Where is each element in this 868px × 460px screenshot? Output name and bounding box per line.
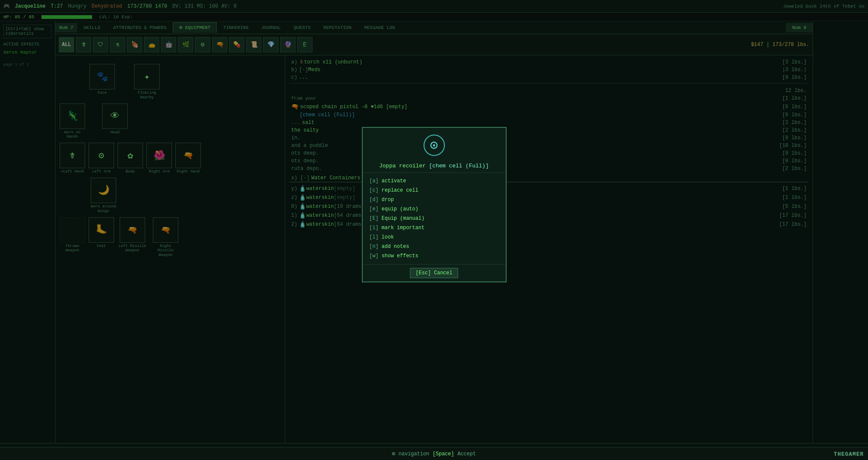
modal-item-title: Joppa recoiler [chem cell (Full)] — [363, 163, 506, 173]
modal-action-show-effects[interactable]: [w] show effects — [370, 251, 499, 261]
modal-action-look[interactable]: [l] look — [370, 233, 499, 242]
modal-action-replace-cell[interactable]: [c] replace cell — [370, 186, 499, 195]
modal-action-equip-manual[interactable]: [E] Equip (manual) — [370, 214, 499, 223]
item-action-modal: ⊙ Joppa recoiler [chem cell (Full)] [a] … — [362, 127, 507, 282]
modal-menu: [a] activate [c] replace cell [d] drop [… — [363, 173, 506, 264]
nav-hint: ⊞ navigation [Space] Accept — [0, 447, 868, 460]
nav-label: navigation — [398, 451, 429, 457]
modal-cancel-button[interactable]: [Esc] Cancel — [410, 268, 458, 278]
modal-action-drop[interactable]: [d] drop — [370, 195, 499, 204]
modal-action-mark-important[interactable]: [i] mark important — [370, 223, 499, 233]
nav-space-key: [Space] — [433, 451, 454, 457]
modal-action-activate[interactable]: [a] activate — [370, 176, 499, 186]
modal-action-equip-auto[interactable]: [e] equip (auto) — [370, 204, 499, 214]
nav-icon: ⊞ — [392, 451, 395, 457]
watermark: THEGAMER — [834, 451, 864, 457]
modal-action-add-notes[interactable]: [n] add notes — [370, 242, 499, 251]
modal-overlay: ⊙ Joppa recoiler [chem cell (Full)] [a] … — [0, 0, 868, 460]
nav-accept-label: Accept — [458, 451, 476, 457]
modal-footer: [Esc] Cancel — [363, 264, 506, 282]
modal-item-icon: ⊙ — [363, 128, 506, 163]
